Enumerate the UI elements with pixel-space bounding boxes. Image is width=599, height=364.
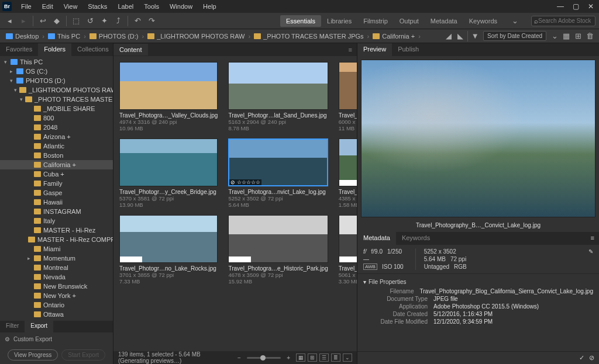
- breadcrumb-item[interactable]: California +: [370, 33, 417, 40]
- sidebar-tab-favorites[interactable]: Favorites: [0, 43, 38, 56]
- tree-item[interactable]: ▸Momentum: [0, 254, 113, 263]
- new-folder-icon[interactable]: ⊞: [572, 30, 584, 42]
- filter-funnel-icon[interactable]: ▼: [469, 30, 481, 42]
- tree-item[interactable]: MASTER - Hi-Rez COMPRESSED: [0, 235, 113, 244]
- thumbnail[interactable]: Travel_Photogr…y_Creek_Bridge.jpg5370 x …: [119, 138, 218, 208]
- disclosure-triangle-icon[interactable]: ▾: [20, 96, 23, 102]
- view-grid-icon[interactable]: ▦: [296, 353, 305, 362]
- gear-icon[interactable]: ⚙: [5, 336, 10, 342]
- menu-edit[interactable]: Edit: [37, 2, 58, 11]
- tree-item[interactable]: New York +: [0, 291, 113, 300]
- tree-item[interactable]: Boston: [0, 151, 113, 160]
- tree-item[interactable]: Montreal: [0, 263, 113, 272]
- view-list-icon[interactable]: ≣: [331, 353, 340, 362]
- rotate-cw-icon[interactable]: ↷: [146, 15, 157, 27]
- thumbnail[interactable]: Travel_Photogr…no_Lake_Rocks.jpg3701 x 3…: [119, 215, 218, 285]
- workspace-tab-filmstrip[interactable]: Filmstrip: [357, 15, 394, 27]
- tree-item[interactable]: Arizona +: [0, 132, 113, 141]
- zoom-out-icon[interactable]: −: [237, 355, 241, 361]
- tab-filter[interactable]: Filter: [0, 321, 25, 332]
- breadcrumb-item[interactable]: _PHOTO TRACES MASTER JPGs: [252, 33, 366, 40]
- workspace-tab-keywords[interactable]: Keywords: [463, 15, 503, 27]
- thumbnail[interactable]: Travel_Photogra…Zabriskie_Point.jpg6000 …: [339, 62, 357, 131]
- thumbnail[interactable]: Travel_Photogra…e_Historic_Park.jpg4678 …: [228, 215, 328, 285]
- maximize-button[interactable]: ▢: [570, 2, 581, 11]
- camera-icon[interactable]: ⬚: [70, 15, 82, 27]
- boomerang-icon[interactable]: ↺: [84, 15, 96, 27]
- refine-icon[interactable]: ✦: [98, 15, 110, 27]
- close-button[interactable]: ✕: [585, 2, 597, 11]
- tree-item[interactable]: ▾This PC: [0, 57, 113, 67]
- tree-item[interactable]: California +: [0, 160, 113, 169]
- disclosure-triangle-icon[interactable]: ▾: [2, 59, 8, 65]
- tab-export[interactable]: Export: [25, 321, 53, 332]
- search-input[interactable]: [538, 18, 591, 24]
- thumbnail[interactable]: ⊘ ☆☆☆☆☆Travel_Photogra…nvict_Lake_log.jp…: [228, 138, 328, 208]
- tree-item[interactable]: Family: [0, 179, 113, 188]
- tree-item[interactable]: Ontario: [0, 300, 113, 310]
- sidebar-tab-folders[interactable]: Folders: [38, 43, 71, 56]
- recent-icon[interactable]: ↩: [37, 15, 49, 27]
- open-icon[interactable]: ⤴: [112, 15, 124, 27]
- disclosure-triangle-icon[interactable]: ▸: [8, 68, 14, 74]
- content-tab[interactable]: Content: [113, 44, 148, 56]
- panel-menu-icon[interactable]: ≡: [586, 232, 599, 245]
- sort-direction-icon[interactable]: ⌄: [549, 30, 560, 42]
- tree-item[interactable]: Cuba +: [0, 169, 113, 179]
- tree-item[interactable]: Ottawa: [0, 310, 113, 319]
- back-icon[interactable]: ◂: [4, 15, 15, 27]
- workspace-tab-essentials[interactable]: Essentials: [280, 15, 321, 27]
- export-preset-name[interactable]: Custom Export: [13, 336, 52, 342]
- tree-item[interactable]: Italy: [0, 216, 113, 226]
- tab-publish[interactable]: Publish: [392, 43, 425, 56]
- workspace-tab-metadata[interactable]: Metadata: [425, 15, 463, 27]
- tree-item[interactable]: Atlantic: [0, 141, 113, 151]
- tree-item[interactable]: ▾_PHOTO TRACES MASTER JPGs: [0, 95, 113, 104]
- cancel-icon[interactable]: ⊘: [589, 354, 594, 362]
- reveal-icon[interactable]: ◆: [51, 15, 63, 27]
- sort-dropdown[interactable]: Sort by Date Created: [483, 31, 546, 41]
- rotate-ccw-icon[interactable]: ↶: [132, 15, 143, 27]
- search-box[interactable]: ⌕: [531, 16, 595, 26]
- minimize-button[interactable]: —: [555, 2, 566, 11]
- thumbnail-options-icon[interactable]: ▦: [560, 30, 572, 42]
- tree-item[interactable]: Miami: [0, 244, 113, 254]
- menu-window[interactable]: Window: [165, 2, 197, 11]
- view-progress-button[interactable]: View Progress: [8, 349, 58, 360]
- sidebar-tab-collections[interactable]: Collections: [71, 43, 115, 56]
- breadcrumb-item[interactable]: Desktop: [4, 33, 41, 40]
- tab-metadata[interactable]: Metadata: [357, 232, 396, 245]
- panel-menu-icon[interactable]: ≡: [344, 46, 357, 53]
- view-details-icon[interactable]: ☰: [319, 353, 329, 362]
- menu-tools[interactable]: Tools: [139, 2, 164, 11]
- pencil-icon[interactable]: ✎: [588, 248, 593, 270]
- forward-icon[interactable]: ▸: [18, 15, 29, 27]
- breadcrumb-item[interactable]: PHOTOS (D:): [87, 33, 141, 40]
- tree-item[interactable]: Hawaii: [0, 197, 113, 207]
- path-chevron-icon[interactable]: ›: [418, 33, 421, 40]
- tree-item[interactable]: Gaspe: [0, 188, 113, 197]
- chevron-down-icon[interactable]: ⌄: [509, 15, 521, 27]
- menu-help[interactable]: Help: [198, 2, 221, 11]
- workspace-tab-output[interactable]: Output: [394, 15, 425, 27]
- zoom-in-icon[interactable]: +: [287, 355, 290, 361]
- workspace-tab-libraries[interactable]: Libraries: [321, 15, 357, 27]
- tree-item[interactable]: 800: [0, 113, 113, 123]
- tree-item[interactable]: New Brunswick: [0, 282, 113, 291]
- breadcrumb-item[interactable]: This PC: [46, 33, 82, 40]
- disclosure-triangle-icon[interactable]: ▾: [363, 279, 366, 285]
- menu-label[interactable]: Label: [113, 2, 138, 11]
- thumbnail[interactable]: Travel_Photogra…ains_June_Lake.jpg5061 x…: [339, 215, 357, 285]
- disclosure-triangle-icon[interactable]: ▾: [14, 87, 17, 93]
- thumbnail[interactable]: Travel_Photogra…_Valley_Clouds.jpg4974 x…: [119, 62, 218, 131]
- tab-keywords[interactable]: Keywords: [396, 232, 436, 245]
- tree-item[interactable]: MASTER - Hi-Rez: [0, 226, 113, 235]
- menu-file[interactable]: File: [16, 2, 36, 11]
- zoom-slider[interactable]: [247, 357, 281, 359]
- menu-stacks[interactable]: Stacks: [83, 2, 112, 11]
- tree-item[interactable]: _MOBILE SHARE: [0, 104, 113, 113]
- tree-item[interactable]: ▾PHOTOS (D:): [0, 76, 113, 85]
- tree-item[interactable]: ▾_LIGHTROOM PHOTOS RAW: [0, 85, 113, 95]
- thumbnail[interactable]: Travel_Photogr…lat_Sand_Dunes.jpg5163 x …: [228, 62, 328, 131]
- tree-item[interactable]: 2048: [0, 123, 113, 132]
